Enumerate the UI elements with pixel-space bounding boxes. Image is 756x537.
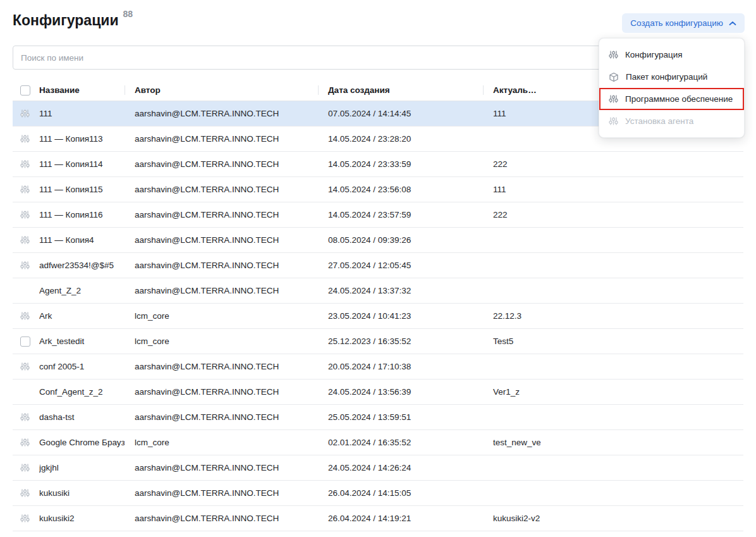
table-row[interactable]: 111 — Копия115 aarshavin@LCM.TERRA.INNO.… [13, 177, 743, 202]
dropdown-menu-item-label: Установка агента [625, 116, 693, 126]
page-title: Конфигурации [13, 11, 119, 29]
row-checkbox[interactable] [20, 336, 30, 347]
cell-name: 111 — Копия114 [39, 159, 125, 169]
create-configuration-button[interactable]: Создать конфигурацию [622, 13, 745, 33]
cell-created: 27.05.2024 / 12:05:45 [318, 261, 483, 270]
column-header-created[interactable]: Дата создания [318, 85, 483, 95]
table-row[interactable]: Google Chrome Брауз lcm_core 02.01.2024 … [13, 430, 743, 455]
cell-author: aarshavin@LCM.TERRA.INNO.TECH [125, 412, 318, 422]
configuration-sliders-icon [20, 463, 30, 472]
column-header-version[interactable]: Актуаль… [483, 85, 540, 95]
cell-created: 14.05.2024 / 23:57:59 [318, 210, 483, 219]
configuration-sliders-icon [20, 412, 30, 422]
cell-author: aarshavin@LCM.TERRA.INNO.TECH [125, 488, 318, 498]
cell-author: aarshavin@LCM.TERRA.INNO.TECH [125, 235, 318, 245]
cell-name: 111 — Копия113 [39, 134, 125, 144]
cell-created: 02.01.2024 / 16:35:52 [318, 438, 483, 447]
cell-author: aarshavin@LCM.TERRA.INNO.TECH [125, 463, 318, 472]
table-row[interactable]: 111 — Копия4 aarshavin@LCM.TERRA.INNO.TE… [13, 228, 743, 253]
cell-name: 111 — Копия116 [39, 210, 125, 219]
configuration-sliders-icon [20, 159, 30, 169]
cell-created: 24.05.2024 / 13:37:32 [318, 286, 483, 295]
configurations-table: Название Автор Дата создания Актуаль… 11… [13, 80, 743, 531]
package-icon [609, 72, 619, 82]
cell-version: 111 [483, 185, 540, 194]
dropdown-menu-item-label: Конфигурация [625, 50, 683, 59]
configuration-sliders-icon [20, 261, 30, 270]
table-row[interactable]: Conf_Agent_z_2 aarshavin@LCM.TERRA.INNO.… [13, 380, 743, 405]
table-row[interactable]: jgkjhl aarshavin@LCM.TERRA.INNO.TECH 24.… [13, 455, 743, 481]
cell-author: aarshavin@LCM.TERRA.INNO.TECH [125, 387, 318, 397]
cell-version: 222 [483, 210, 540, 219]
cell-author: aarshavin@LCM.TERRA.INNO.TECH [125, 210, 318, 219]
configuration-sliders-icon [20, 185, 30, 194]
chevron-up-icon [729, 21, 736, 26]
configuration-sliders-icon [20, 134, 30, 144]
configuration-sliders-icon [609, 50, 618, 59]
cell-author: lcm_core [125, 336, 318, 346]
cell-name: Ark_testedit [39, 336, 125, 346]
cell-created: 08.05.2024 / 09:39:26 [318, 235, 483, 245]
cell-created: 14.05.2024 / 23:33:59 [318, 159, 483, 169]
cell-created: 14.05.2024 / 23:28:20 [318, 134, 483, 144]
dropdown-menu-item[interactable]: Конфигурация [599, 44, 744, 66]
table-row[interactable]: kukusiki aarshavin@LCM.TERRA.INNO.TECH 2… [13, 481, 743, 506]
configuration-sliders-icon [20, 438, 30, 447]
table-row[interactable]: kukusiki2 aarshavin@LCM.TERRA.INNO.TECH … [13, 506, 743, 531]
configuration-sliders-icon [609, 94, 618, 104]
cell-name: Ark [39, 311, 125, 321]
cell-name: 111 — Копия4 [39, 235, 125, 245]
table-row[interactable]: Ark_testedit lcm_core 25.12.2023 / 16:35… [13, 329, 743, 354]
configuration-sliders-icon [20, 362, 30, 371]
cell-version: 111 [483, 109, 540, 118]
cell-created: 24.05.2024 / 14:26:24 [318, 463, 483, 472]
cell-author: aarshavin@LCM.TERRA.INNO.TECH [125, 261, 318, 270]
column-header-author[interactable]: Автор [125, 85, 318, 95]
cell-name: kukusiki2 [39, 514, 125, 523]
dropdown-menu-item[interactable]: Установка агента [599, 110, 744, 132]
cell-name: 111 [39, 109, 125, 118]
cell-author: aarshavin@LCM.TERRA.INNO.TECH [125, 286, 318, 295]
cell-version: Ver1_z [483, 387, 540, 397]
table-row[interactable]: dasha-tst aarshavin@LCM.TERRA.INNO.TECH … [13, 405, 743, 430]
cell-created: 26.04.2024 / 14:19:21 [318, 514, 483, 523]
cell-name: conf 2005-1 [39, 362, 125, 371]
configuration-sliders-icon [20, 514, 30, 523]
configuration-sliders-icon [20, 311, 30, 321]
configuration-sliders-icon [20, 210, 30, 219]
select-all-checkbox[interactable] [20, 85, 30, 96]
create-configuration-button-label: Создать конфигурацию [630, 18, 723, 28]
table-row[interactable]: Ark lcm_core 23.05.2024 / 10:41:23 22.12… [13, 304, 743, 329]
dropdown-menu-item-label: Программное обеспечение [625, 94, 733, 104]
cell-author: lcm_core [125, 311, 318, 321]
table-row[interactable]: Agent_Z_2 aarshavin@LCM.TERRA.INNO.TECH … [13, 278, 743, 304]
table-row[interactable]: 111 — Копия114 aarshavin@LCM.TERRA.INNO.… [13, 152, 743, 177]
dropdown-menu-item[interactable]: Программное обеспечение [599, 88, 744, 110]
table-row[interactable]: adfwer23534!@$#5 aarshavin@LCM.TERRA.INN… [13, 253, 743, 278]
cell-author: aarshavin@LCM.TERRA.INNO.TECH [125, 134, 318, 144]
items-count-badge: 88 [123, 9, 133, 19]
configuration-sliders-icon [20, 109, 30, 118]
table-row[interactable]: conf 2005-1 aarshavin@LCM.TERRA.INNO.TEC… [13, 354, 743, 380]
dropdown-menu-item[interactable]: Пакет конфигураций [599, 66, 744, 88]
cell-author: aarshavin@LCM.TERRA.INNO.TECH [125, 159, 318, 169]
cell-version: kukusiki2-v2 [483, 514, 540, 523]
cell-version: 222 [483, 159, 540, 169]
cell-name: kukusiki [39, 488, 125, 498]
table-row[interactable]: 111 — Копия116 aarshavin@LCM.TERRA.INNO.… [13, 202, 743, 228]
configuration-sliders-icon [20, 235, 30, 245]
cell-created: 20.05.2024 / 17:10:38 [318, 362, 483, 371]
cell-name: jgkjhl [39, 463, 125, 472]
cell-created: 07.05.2024 / 14:14:45 [318, 109, 483, 118]
cell-author: aarshavin@LCM.TERRA.INNO.TECH [125, 109, 318, 118]
column-header-name[interactable]: Название [39, 85, 125, 95]
configuration-sliders-icon [20, 488, 30, 498]
table-body: 111 aarshavin@LCM.TERRA.INNO.TECH 07.05.… [13, 101, 743, 531]
cell-created: 25.12.2023 / 16:35:52 [318, 336, 483, 346]
cell-name: Agent_Z_2 [39, 286, 125, 295]
cell-name: dasha-tst [39, 412, 125, 422]
cell-version: Test5 [483, 336, 540, 346]
cell-name: 111 — Копия115 [39, 185, 125, 194]
cell-created: 25.05.2024 / 13:59:51 [318, 412, 483, 422]
cell-author: aarshavin@LCM.TERRA.INNO.TECH [125, 514, 318, 523]
